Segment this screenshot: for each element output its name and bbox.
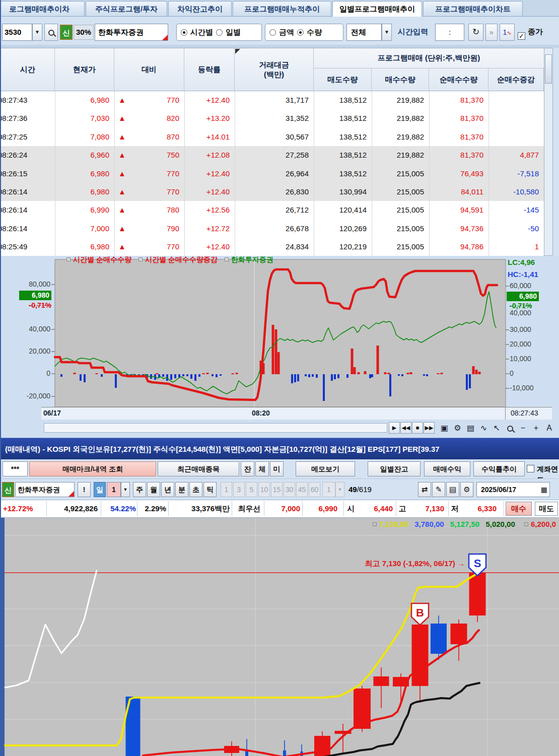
period-년-button[interactable]: 년 [161,482,174,497]
button-미[interactable]: 미 [270,461,284,476]
button-수익률추이[interactable]: 수익률추이 [473,461,525,476]
table-row[interactable]: 08:27:257,080▲870+14.0130,567138,512219,… [1,128,544,146]
alert-button[interactable]: ! [78,482,91,497]
period-day-button[interactable]: 일 [94,482,106,497]
tab-일별프로그램매매추이[interactable]: 일별프로그램매매추이 [332,1,422,17]
ctrl-icon-⇄[interactable]: ⇄ [418,482,431,497]
more-button[interactable]: » [485,24,498,41]
tab-로그램매매추이차[interactable]: 로그램매매추이차 [0,1,85,17]
cell: +12.08 [184,146,235,164]
table-row[interactable]: 08:27:367,030▲820+13.2031,352138,512219,… [1,109,544,127]
date-picker[interactable]: 2025/06/17 ▦ [476,482,550,497]
stock-name-field[interactable]: 한화투자증권 [95,24,168,41]
ctrl-icon-⚙[interactable]: ⚙ [460,482,473,497]
col-sell-qty[interactable]: 매도수량 [314,68,372,91]
time-input[interactable]: : [435,24,464,41]
cell: +12.56 [184,201,235,219]
nav-▶▶-button[interactable]: ▶▶ [424,422,435,434]
col-net-change[interactable]: 순매수증감 [488,68,544,91]
tool-icon-▣[interactable]: ▣ [438,422,451,434]
table-header: 시간 현재가 대비 등락률 거래대금 (백만) 프로그램매매 (단위:주,백만원… [1,48,544,91]
chart-stock-name[interactable]: 한화투자증권 [15,482,75,497]
account-link-checkbox[interactable] [527,465,534,474]
tool-icon-⚙[interactable]: ⚙ [451,422,464,434]
scope-select[interactable]: 전체 [346,24,382,41]
button-매매마크/내역 조회[interactable]: 매매마크/내역 조회 [29,461,156,476]
refresh-button[interactable]: ↻ [468,24,483,41]
col-rate[interactable]: 등락률 [184,48,235,91]
cell: 08:27:36 [0,109,52,127]
price-field: 7,130 [408,500,444,517]
mini-chart-button[interactable]: 1∿ [500,24,515,41]
nav-◀◀-button[interactable]: ◀◀ [400,422,411,434]
nav-▶-button[interactable]: ▶ [389,422,400,434]
ctrl-icon-▤[interactable]: ▤ [446,482,459,497]
col-amount[interactable]: 거래대금 (백만) [235,48,314,91]
tab-주식프로그램/투자[interactable]: 주식프로그램/투자 [86,1,167,17]
col-buy-qty[interactable]: 매수수량 [372,68,429,91]
nav-■-button[interactable]: ■ [412,422,423,434]
period-초-button[interactable]: 초 [189,482,202,497]
cell: 138,512 [314,165,372,183]
chart-scrollbar[interactable] [44,423,387,433]
period-월-button[interactable]: 월 [147,482,160,497]
col-time[interactable]: 시간 [1,48,55,91]
table-row[interactable]: 08:26:146,980▲770+12.4026,830130,994215,… [1,183,544,201]
table-scrollbar[interactable] [544,48,553,256]
search-button[interactable] [44,24,58,41]
button-최근매매종목[interactable]: 최근매매종목 [158,461,239,476]
stock-code-input[interactable]: 3530 [2,24,32,41]
tool-icon-↖[interactable]: ↖ [491,422,503,434]
tool-icon-−[interactable]: − [517,422,529,434]
close-price-checkbox[interactable]: ✓ [518,32,525,40]
tab-프로그램매매추이차트[interactable]: 프로그램매매추이차트 [423,1,523,17]
period-count-dropdown[interactable]: ▼ [121,482,130,497]
period-주-button[interactable]: 주 [133,482,146,497]
table-row[interactable]: 08:25:496,980▲770+12.4024,834120,219215,… [1,238,544,256]
tool-icon-A[interactable]: A [543,422,555,434]
chart-stock-name-label: 한화투자증권 [18,486,60,494]
tab-프로그램매매누적추이[interactable]: 프로그램매매누적추이 [233,1,331,17]
account-stars[interactable]: *** [3,461,28,476]
intraday-x-axis-right: 08:27:43 [506,407,552,420]
buy-button[interactable]: 매수 [506,502,532,516]
tool-icon-▤[interactable]: ▤ [464,422,477,434]
radio-daily[interactable] [216,29,223,36]
period-분-button[interactable]: 분 [175,482,188,497]
zoom-icon[interactable] [504,422,516,434]
tool-icon-∿[interactable]: ∿ [477,422,490,434]
intraday-chart[interactable] [1,256,559,420]
checkbox-icon[interactable] [527,465,534,472]
button-잔[interactable]: 잔 [241,461,254,476]
x-axis-label-time: 08:27:43 [511,409,538,417]
scrollbar-thumb[interactable] [545,54,552,84]
sell-button[interactable]: 매도 [535,502,558,516]
cell: 24,834 [235,238,314,256]
table-row[interactable]: 08:27:436,980▲770+12.4031,717138,512219,… [1,91,544,109]
button-체[interactable]: 체 [255,461,269,476]
table-row[interactable]: 08:26:147,000▲790+12.7226,678120,269215,… [1,220,544,238]
radio-amount[interactable] [269,29,276,36]
radio-hourly[interactable] [181,29,187,36]
daily-candle-chart[interactable]: SB [1,518,559,756]
col-net-qty[interactable]: 순매수수량 [429,68,488,91]
code-dropdown-button[interactable]: ▼ [32,24,42,41]
table-row[interactable]: 08:26:246,960▲750+12.0827,258138,512219,… [1,146,544,164]
cell: 138,512 [314,146,372,164]
ctrl-icon-✎[interactable]: ✎ [432,482,445,497]
period-틱-button[interactable]: 틱 [203,482,217,497]
cell: 08:27:43 [0,91,52,109]
period-count[interactable]: 1 [107,482,121,497]
button-일별잔고[interactable]: 일별잔고 [368,461,421,476]
cell: 6,980 [55,238,114,256]
scope-dropdown-button[interactable]: ▼ [382,24,392,41]
table-row[interactable]: 08:26:146,990▲780+12.5626,712120,414215,… [1,201,544,219]
col-change[interactable]: 대비 [114,48,184,91]
tool-icon-+[interactable]: + [530,422,542,434]
col-price[interactable]: 현재가 [55,48,114,91]
button-메모보기[interactable]: 메모보기 [296,461,355,476]
button-매매수익[interactable]: 매매수익 [424,461,470,476]
table-row[interactable]: 08:26:156,980▲770+12.4026,964138,512215,… [1,165,544,183]
tab-차익잔고추이[interactable]: 차익잔고추이 [168,1,232,17]
radio-qty[interactable] [297,29,304,36]
